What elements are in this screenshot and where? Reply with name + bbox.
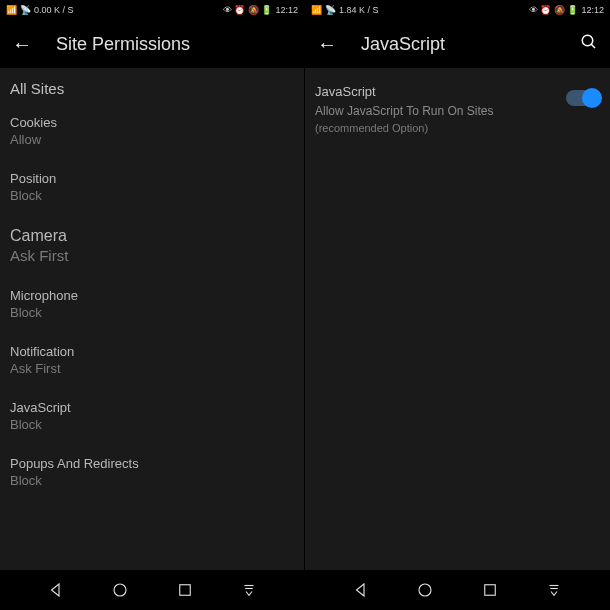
nav-recent-button[interactable] [176,581,194,599]
javascript-settings: JavaScript Allow JavaScript To Run On Si… [305,68,610,570]
svg-rect-3 [180,585,191,596]
triangle-back-icon [47,581,65,599]
perm-popups[interactable]: Popups And Redirects Block [10,456,294,488]
perm-label: Popups And Redirects [10,456,294,471]
status-icons: 👁 ⏰ 🔕 🔋 [223,5,273,15]
js-setting-desc: Allow JavaScript To Run On Sites [315,103,556,120]
signal-icon: 📶 [6,5,17,15]
svg-rect-7 [485,585,496,596]
back-button[interactable]: ← [12,33,32,56]
permissions-list: All Sites Cookies Allow Position Block C… [0,68,304,570]
svg-line-1 [591,44,595,48]
perm-label: Cookies [10,115,294,130]
perm-notification[interactable]: Notification Ask First [10,344,294,376]
wifi-icon: 📡 [325,5,336,15]
search-icon [580,33,598,51]
triangle-back-icon [352,581,370,599]
perm-value: Block [10,417,294,432]
header: ← JavaScript [305,20,610,68]
perm-javascript[interactable]: JavaScript Block [10,400,294,432]
search-button[interactable] [580,33,598,56]
status-icons: 👁 ⏰ 🔕 🔋 [529,5,579,15]
circle-home-icon [111,581,129,599]
network-speed: 0.00 K / S [34,5,74,15]
status-bar: 📶 📡 0.00 K / S 👁 ⏰ 🔕 🔋 12:12 [0,0,304,20]
js-setting-note: (recommended Option) [315,122,556,134]
status-time: 12:12 [581,5,604,15]
perm-label: JavaScript [10,400,294,415]
section-title: All Sites [10,80,294,97]
nav-recent-button[interactable] [481,581,499,599]
perm-position[interactable]: Position Block [10,171,294,203]
signal-icon: 📶 [311,5,322,15]
square-recent-icon [176,581,194,599]
nav-home-button[interactable] [111,581,129,599]
perm-camera[interactable]: Camera Ask First [10,227,294,264]
page-title: JavaScript [361,34,556,55]
perm-value: Ask First [10,361,294,376]
page-title: Site Permissions [56,34,292,55]
perm-label: Camera [10,227,294,245]
back-button[interactable]: ← [317,33,337,56]
perm-cookies[interactable]: Cookies Allow [10,115,294,147]
javascript-toggle[interactable] [566,90,600,106]
perm-label: Microphone [10,288,294,303]
network-speed: 1.84 K / S [339,5,379,15]
dropdown-icon [545,581,563,599]
navigation-bar [0,570,610,610]
toggle-knob-icon [582,88,602,108]
svg-point-0 [582,35,593,46]
wifi-icon: 📡 [20,5,31,15]
perm-value: Block [10,188,294,203]
nav-home-button[interactable] [416,581,434,599]
nav-back-button[interactable] [47,581,65,599]
svg-point-6 [419,584,431,596]
nav-dropdown-button[interactable] [240,581,258,599]
status-bar: 📶 📡 1.84 K / S 👁 ⏰ 🔕 🔋 12:12 [305,0,610,20]
perm-value: Allow [10,132,294,147]
perm-value: Block [10,305,294,320]
javascript-toggle-row[interactable]: JavaScript Allow JavaScript To Run On Si… [315,80,600,138]
perm-microphone[interactable]: Microphone Block [10,288,294,320]
status-time: 12:12 [275,5,298,15]
perm-label: Notification [10,344,294,359]
perm-label: Position [10,171,294,186]
javascript-screen: 📶 📡 1.84 K / S 👁 ⏰ 🔕 🔋 12:12 ← JavaScrip… [305,0,610,570]
perm-value: Ask First [10,247,294,264]
js-setting-title: JavaScript [315,84,556,99]
site-permissions-screen: 📶 📡 0.00 K / S 👁 ⏰ 🔕 🔋 12:12 ← Site Perm… [0,0,305,570]
dropdown-icon [240,581,258,599]
header: ← Site Permissions [0,20,304,68]
perm-value: Block [10,473,294,488]
circle-home-icon [416,581,434,599]
nav-back-button[interactable] [352,581,370,599]
svg-point-2 [114,584,126,596]
square-recent-icon [481,581,499,599]
nav-dropdown-button[interactable] [545,581,563,599]
